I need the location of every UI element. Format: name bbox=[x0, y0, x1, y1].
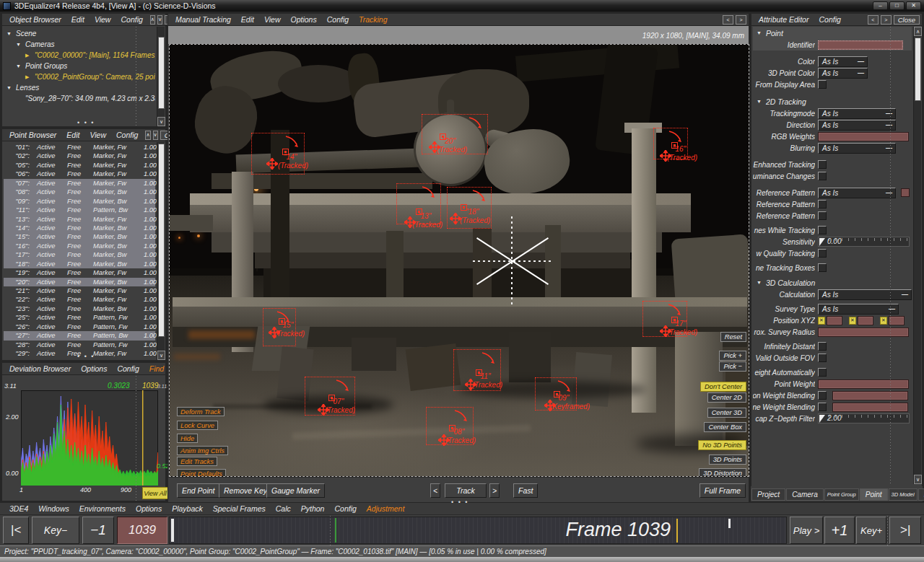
blurring-dropdown[interactable]: As Is— bbox=[818, 143, 896, 154]
scroll-down-icon[interactable]: ∨ bbox=[157, 351, 165, 360]
main-menu-item-3de4[interactable]: 3DE4 bbox=[4, 504, 33, 513]
tracking-marker-13[interactable]: "13"(Tracked) bbox=[396, 183, 441, 224]
nes-while-tracking-checkbox[interactable] bbox=[818, 226, 827, 234]
rox-survey-radius-field[interactable] bbox=[818, 328, 909, 337]
menu-item-options[interactable]: Options bbox=[286, 15, 322, 24]
point-row[interactable]: "14":ActiveFreeMarker, Bw1.00 bbox=[4, 224, 155, 232]
menu-item-edit[interactable]: Edit bbox=[66, 15, 90, 24]
tab-camera[interactable]: Camera bbox=[786, 488, 824, 501]
tree-item-lenses[interactable]: ▼Lenses bbox=[4, 82, 155, 93]
main-menu-item-adjustment[interactable]: Adjustment bbox=[362, 504, 410, 513]
point-row[interactable]: "21":ActiveFreeMarker, Fw1.00 bbox=[4, 286, 155, 295]
point-defaults-button[interactable]: Point Defaults bbox=[177, 469, 226, 477]
lock-curve-button[interactable]: Lock Curve bbox=[177, 421, 218, 430]
section-point[interactable]: ▼Point bbox=[753, 27, 912, 39]
track-prev-button[interactable]: < bbox=[430, 483, 440, 498]
main-menu-item-python[interactable]: Python bbox=[296, 504, 330, 513]
panel-grip[interactable]: • • • bbox=[77, 119, 95, 126]
panel-down-icon[interactable]: ∨ bbox=[157, 15, 162, 25]
point-row[interactable]: "08":ActiveFreeMarker, Bw1.00 bbox=[4, 188, 155, 196]
current-frame-tick[interactable] bbox=[728, 519, 731, 528]
scroll-up-icon[interactable]: ∧ bbox=[914, 27, 922, 36]
on-weight-blending-checkbox[interactable] bbox=[818, 391, 827, 400]
tracking-marker-20[interactable]: "20"(Tracked) bbox=[422, 114, 488, 154]
tracking-marker-17[interactable]: "17"(Tracked) bbox=[642, 301, 687, 337]
object-browser-scrollbar[interactable]: ∨ bbox=[157, 27, 165, 126]
plus-one-button[interactable]: +1 bbox=[824, 517, 855, 544]
scroll-thumb[interactable] bbox=[158, 144, 165, 337]
pick-button[interactable]: Pick − bbox=[719, 361, 746, 372]
point-row[interactable]: "26":ActiveFreePattern, Fw1.00 bbox=[4, 322, 155, 331]
panel-up-icon[interactable]: ∧ bbox=[145, 131, 150, 140]
w-quality-tracking-checkbox[interactable] bbox=[818, 249, 827, 258]
fast-label-button[interactable]: Fast bbox=[513, 483, 538, 498]
minus-one-button[interactable]: −1 bbox=[82, 517, 114, 544]
slider-thumb[interactable] bbox=[819, 415, 825, 423]
next-node-icon[interactable]: > bbox=[881, 15, 892, 25]
ne-weight-blending-field[interactable] bbox=[832, 403, 908, 412]
reset-button[interactable]: Reset bbox=[720, 332, 746, 342]
tab-3d-model[interactable]: 3D Model bbox=[889, 488, 918, 501]
play-button[interactable]: Play > bbox=[790, 517, 823, 544]
xyz-checkbox[interactable]: ✕ bbox=[818, 317, 825, 325]
menu-item-config[interactable]: Config bbox=[322, 15, 354, 24]
ne-weight-blending-checkbox[interactable] bbox=[818, 403, 827, 411]
go-to-start-button[interactable]: |< bbox=[3, 517, 29, 544]
panel-up-icon[interactable]: ∧ bbox=[150, 15, 155, 25]
menu-item-find[interactable]: Find bbox=[144, 364, 169, 373]
on-weight-blending-field[interactable] bbox=[832, 391, 908, 400]
menu-item-view[interactable]: View bbox=[90, 15, 116, 24]
point-row[interactable]: "28":ActiveFreePattern, Fw1.00 bbox=[4, 341, 155, 349]
main-menu-item-calc[interactable]: Calc bbox=[271, 504, 296, 513]
pick-button[interactable]: Pick + bbox=[719, 351, 746, 361]
point-row[interactable]: "17":ActiveFreeMarker, Bw1.00 bbox=[4, 250, 155, 259]
menu-item-view[interactable]: View bbox=[84, 131, 111, 139]
anim-img-ctrls-button[interactable]: Anim Img Ctrls bbox=[177, 446, 228, 455]
close-panel-button[interactable]: Close bbox=[894, 15, 920, 25]
3d-points-button[interactable]: 3D Points bbox=[709, 455, 746, 465]
frame-cursor[interactable] bbox=[676, 519, 678, 543]
section-3d-calculation[interactable]: ▼3D Calculation bbox=[753, 276, 912, 289]
slider-start-handle[interactable] bbox=[171, 519, 174, 542]
point-row[interactable]: "01":ActiveFreeMarker, Fw1.00 bbox=[4, 143, 155, 152]
menu-item-tracking[interactable]: Tracking bbox=[354, 15, 392, 24]
full-frame-button[interactable]: Full Frame bbox=[699, 483, 746, 498]
tracking-marker-15[interactable]: "15"(Tracked) bbox=[263, 308, 296, 346]
reference-pattern-checkbox[interactable] bbox=[818, 200, 827, 208]
eight-automatically-checkbox[interactable] bbox=[818, 368, 827, 377]
point-row[interactable]: "02":ActiveFreeMarker, Fw1.00 bbox=[4, 152, 155, 160]
scroll-thumb[interactable] bbox=[158, 37, 165, 109]
point-row[interactable]: "05":ActiveFreeMarker, Fw1.00 bbox=[4, 161, 155, 170]
viewer-image[interactable]: "14"(Tracked)"20"(Tracked)"16"(Tracked)"… bbox=[169, 44, 749, 477]
move-cross-icon[interactable] bbox=[266, 158, 278, 170]
menu-item-config[interactable]: Config bbox=[116, 15, 147, 24]
scroll-thumb[interactable] bbox=[915, 38, 921, 101]
3d-point-color-dropdown[interactable]: As Is— bbox=[818, 68, 868, 79]
point-weight-field[interactable] bbox=[818, 379, 909, 389]
maximize-button[interactable]: □ bbox=[889, 1, 905, 10]
prev-view-icon[interactable]: < bbox=[723, 15, 733, 25]
point-row[interactable]: "18":ActiveFreeMarker, Bw1.00 bbox=[4, 260, 155, 268]
center-box-button[interactable]: Center Box bbox=[704, 422, 746, 432]
xyz-checkbox[interactable]: ✕ bbox=[880, 317, 887, 325]
tracking-marker-08[interactable]: "08"(Tracked) bbox=[426, 407, 474, 445]
track-label-button[interactable]: Track bbox=[445, 483, 487, 498]
minimize-button[interactable]: – bbox=[873, 1, 888, 10]
menu-item-object-browser[interactable]: Object Browser bbox=[4, 15, 66, 24]
tab-project[interactable]: Project bbox=[751, 488, 785, 501]
pattern-swatch[interactable] bbox=[901, 188, 910, 197]
don-t-center-button[interactable]: Don't Center bbox=[700, 382, 746, 392]
scroll-down-icon[interactable]: ∨ bbox=[914, 475, 922, 484]
menu-item-edit[interactable]: Edit bbox=[61, 131, 84, 139]
reference-pattern-dropdown[interactable]: As Is— bbox=[818, 188, 896, 198]
point-row[interactable]: "19":ActiveFreeMarker, Fw1.00 bbox=[4, 268, 155, 277]
menu-item-options[interactable]: Options bbox=[76, 364, 112, 373]
center-3d-button[interactable]: Center 3D bbox=[707, 408, 746, 418]
survey-type-dropdown[interactable]: As Is— bbox=[818, 304, 899, 315]
trackingmode-dropdown[interactable]: As Is— bbox=[818, 108, 896, 119]
tracking-marker-16[interactable]: "16"(Tracked) bbox=[653, 128, 688, 159]
menu-item-config[interactable]: Config bbox=[111, 131, 143, 139]
main-menu-item-environments[interactable]: Environments bbox=[74, 504, 131, 513]
xyz-field[interactable] bbox=[889, 316, 905, 325]
menu-item-config[interactable]: Config bbox=[112, 364, 144, 373]
